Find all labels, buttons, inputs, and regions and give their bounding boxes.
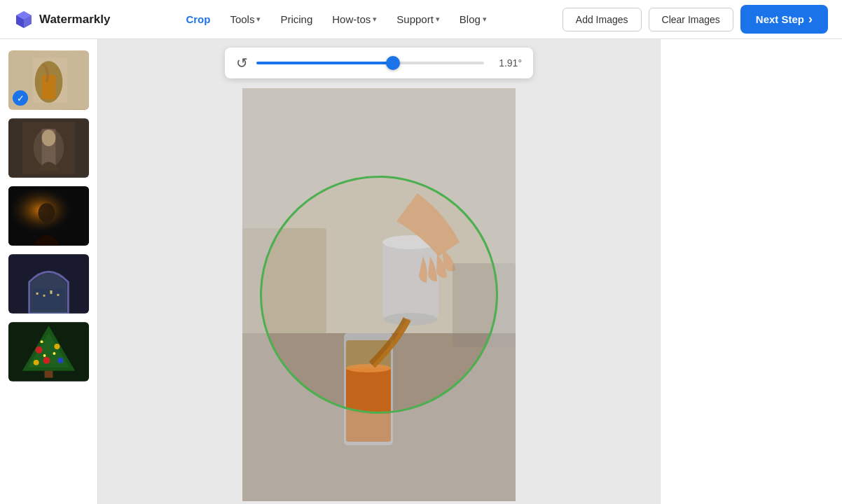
canvas-area: ↺ 1.91° bbox=[98, 39, 660, 504]
thumbnail-3[interactable] bbox=[8, 186, 89, 246]
rotate-icon[interactable]: ↺ bbox=[236, 55, 248, 71]
rotation-toolbar: ↺ 1.91° bbox=[225, 48, 533, 78]
svg-rect-30 bbox=[45, 371, 53, 378]
nav-item-support[interactable]: Support ▾ bbox=[388, 9, 448, 29]
svg-point-22 bbox=[36, 346, 43, 354]
clear-images-button[interactable]: Clear Images bbox=[649, 8, 733, 31]
svg-rect-15 bbox=[36, 293, 39, 295]
svg-point-23 bbox=[54, 344, 60, 349]
nav-item-howtos[interactable]: How-tos ▾ bbox=[324, 9, 385, 29]
svg-point-25 bbox=[57, 358, 63, 363]
svg-point-29 bbox=[43, 354, 46, 357]
chevron-down-icon: ▾ bbox=[256, 15, 261, 24]
main-image bbox=[242, 88, 516, 501]
logo-icon bbox=[14, 10, 34, 29]
svg-rect-18 bbox=[57, 294, 59, 296]
chevron-down-icon: ▾ bbox=[483, 15, 487, 24]
nav-item-tools[interactable]: Tools ▾ bbox=[221, 9, 269, 29]
nav-item-pricing[interactable]: Pricing bbox=[272, 9, 321, 29]
main-image-canvas[interactable] bbox=[242, 88, 516, 501]
next-step-button[interactable]: Next Step › bbox=[740, 5, 828, 34]
slider-thumb[interactable] bbox=[386, 56, 400, 70]
logo[interactable]: Watermarkly bbox=[14, 10, 110, 29]
right-panel bbox=[660, 39, 842, 504]
svg-point-24 bbox=[43, 357, 50, 364]
svg-point-26 bbox=[34, 360, 39, 365]
logo-text: Watermarkly bbox=[39, 13, 110, 27]
svg-point-27 bbox=[41, 340, 43, 343]
thumbnail-2[interactable] bbox=[8, 118, 89, 178]
svg-rect-42 bbox=[453, 263, 516, 347]
thumbnail-image-5 bbox=[8, 322, 89, 382]
nav-item-crop[interactable]: Crop bbox=[177, 9, 219, 29]
thumbnail-5[interactable] bbox=[8, 322, 89, 382]
chevron-down-icon: ▾ bbox=[436, 15, 440, 24]
image-sidebar: ✓ bbox=[0, 39, 98, 504]
svg-point-28 bbox=[53, 352, 55, 355]
svg-point-40 bbox=[384, 313, 437, 326]
svg-rect-36 bbox=[346, 368, 391, 442]
svg-point-8 bbox=[42, 130, 56, 146]
selected-check-1: ✓ bbox=[13, 90, 28, 106]
thumbnail-image-3 bbox=[8, 186, 89, 246]
chevron-down-icon: ▾ bbox=[373, 15, 377, 24]
svg-point-37 bbox=[346, 364, 391, 372]
thumbnail-1[interactable]: ✓ bbox=[8, 50, 89, 110]
svg-rect-14 bbox=[33, 289, 65, 310]
svg-rect-16 bbox=[43, 295, 46, 297]
svg-rect-17 bbox=[50, 290, 52, 294]
svg-point-12 bbox=[39, 203, 55, 223]
thumbnail-image-4 bbox=[8, 254, 89, 314]
svg-rect-38 bbox=[382, 242, 439, 319]
svg-rect-41 bbox=[242, 228, 326, 333]
thumbnail-4[interactable] bbox=[8, 254, 89, 314]
action-area: Add Images Clear Images Next Step › bbox=[563, 5, 828, 34]
arrow-right-icon: › bbox=[808, 12, 813, 27]
rotation-slider[interactable] bbox=[256, 62, 484, 64]
rotation-value: 1.91° bbox=[492, 57, 522, 69]
main-layout: ✓ bbox=[0, 39, 842, 504]
slider-fill bbox=[256, 62, 393, 64]
add-images-button[interactable]: Add Images bbox=[563, 8, 642, 31]
thumbnail-image-2 bbox=[8, 118, 89, 178]
main-nav: Crop Tools ▾ Pricing How-tos ▾ Support ▾… bbox=[177, 9, 495, 29]
nav-item-blog[interactable]: Blog ▾ bbox=[451, 9, 495, 29]
